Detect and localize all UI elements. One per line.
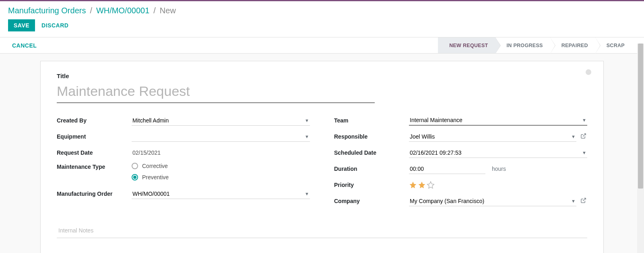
team-label: Team (334, 117, 409, 124)
equipment-field[interactable]: ▼ (132, 132, 310, 142)
equipment-input[interactable] (132, 133, 310, 140)
maintenance-type-radio-group: Corrective Preventive (132, 163, 169, 180)
svg-line-0 (583, 134, 586, 137)
radio-corrective[interactable]: Corrective (132, 163, 169, 169)
breadcrumb-current: New (160, 6, 176, 15)
created-by-input[interactable] (132, 117, 310, 124)
kanban-state-icon[interactable] (586, 69, 591, 75)
breadcrumb-root[interactable]: Manufacturing Orders (8, 6, 86, 15)
radio-preventive[interactable]: Preventive (132, 174, 169, 180)
request-date-label: Request Date (57, 149, 132, 156)
cancel-button[interactable]: CANCEL (0, 42, 49, 49)
star-icon[interactable] (427, 181, 435, 189)
company-field[interactable]: ▼ (409, 196, 576, 206)
responsible-input[interactable] (409, 133, 576, 140)
company-input[interactable] (409, 198, 576, 204)
svg-line-1 (583, 198, 586, 201)
duration-label: Duration (334, 166, 409, 172)
team-field[interactable]: ▼ (409, 115, 587, 126)
scheduled-date-field[interactable]: ▼ (409, 148, 587, 158)
duration-input[interactable] (409, 166, 485, 172)
right-column: Team ▼ Responsible ▼ (334, 114, 587, 211)
title-label: Title (57, 73, 587, 79)
scrollbar-thumb[interactable] (638, 44, 643, 189)
breadcrumb-parent[interactable]: WH/MO/00001 (96, 6, 149, 15)
stage-track: NEW REQUEST IN PROGRESS REPAIRED SCRAP (438, 37, 632, 53)
stage-in-progress[interactable]: IN PROGRESS (495, 37, 550, 53)
created-by-field[interactable]: ▼ (132, 116, 310, 126)
breadcrumb-sep: / (152, 6, 157, 15)
save-button[interactable]: SAVE (8, 19, 35, 31)
form-scroll-area: Title Created By ▼ Equipment (0, 54, 644, 253)
request-date-value: 02/15/2021 (132, 148, 161, 158)
equipment-label: Equipment (57, 133, 132, 140)
discard-button[interactable]: DISCARD (41, 22, 68, 29)
maintenance-type-label: Maintenance Type (57, 163, 132, 170)
manufacturing-order-label: Manufacturing Order (57, 191, 132, 197)
status-bar: CANCEL NEW REQUEST IN PROGRESS REPAIRED … (0, 37, 644, 54)
priority-stars (409, 181, 435, 189)
created-by-label: Created By (57, 117, 132, 124)
internal-notes-input[interactable] (57, 223, 587, 238)
radio-icon (132, 163, 138, 169)
breadcrumb: Manufacturing Orders / WH/MO/00001 / New (0, 1, 644, 18)
stage-repaired[interactable]: REPAIRED (550, 37, 595, 53)
duration-field[interactable] (409, 164, 485, 174)
scheduled-date-input[interactable] (409, 149, 587, 156)
responsible-field[interactable]: ▼ (409, 132, 576, 142)
breadcrumb-sep: / (88, 6, 94, 15)
company-label: Company (334, 198, 409, 204)
actions-bar: SAVE DISCARD (0, 18, 644, 37)
radio-icon (132, 174, 138, 180)
star-icon[interactable] (418, 181, 426, 189)
manufacturing-order-field[interactable]: ▼ (132, 189, 310, 199)
external-link-icon[interactable] (580, 197, 587, 205)
stage-new-request[interactable]: NEW REQUEST (438, 37, 495, 53)
manufacturing-order-input[interactable] (132, 191, 310, 197)
stage-scrap[interactable]: SCRAP (595, 37, 632, 53)
duration-unit: hours (492, 166, 506, 172)
star-icon[interactable] (409, 181, 417, 189)
title-input[interactable] (57, 81, 375, 103)
radio-label: Preventive (142, 174, 169, 180)
external-link-icon[interactable] (580, 132, 587, 141)
radio-label: Corrective (142, 163, 168, 169)
scheduled-date-label: Scheduled Date (334, 149, 409, 156)
left-column: Created By ▼ Equipment ▼ (57, 114, 310, 211)
team-input[interactable] (409, 117, 587, 123)
responsible-label: Responsible (334, 133, 409, 140)
scrollbar-track[interactable] (637, 44, 644, 253)
form-sheet: Title Created By ▼ Equipment (40, 61, 604, 253)
priority-label: Priority (334, 182, 409, 188)
